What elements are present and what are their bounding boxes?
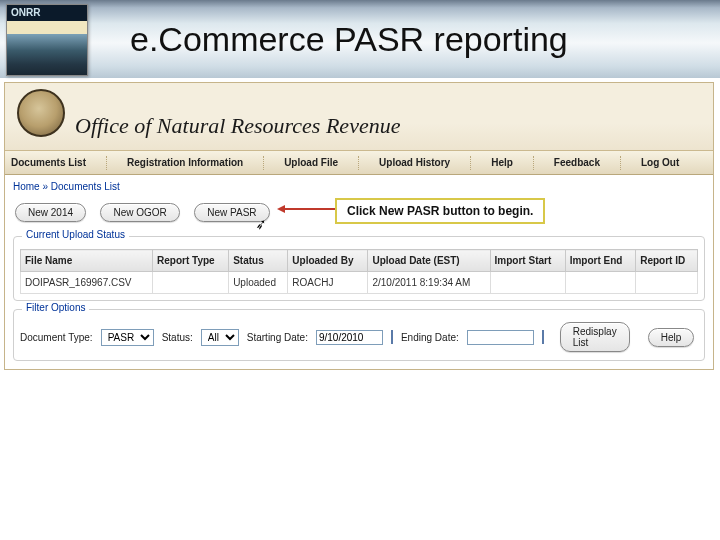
doc-type-select[interactable]: PASR <box>101 329 154 346</box>
doc-type-label: Document Type: <box>20 332 93 343</box>
status-select[interactable]: All <box>201 329 239 346</box>
logo-label: ONRR <box>7 5 87 21</box>
end-date-input[interactable] <box>467 330 534 345</box>
breadcrumb-current: Documents List <box>51 181 120 192</box>
col-import-end: Import End <box>565 250 636 272</box>
cell-rid <box>636 272 698 294</box>
breadcrumb-sep: » <box>42 181 48 192</box>
filter-options-panel: Filter Options Document Type: PASR Statu… <box>13 309 705 361</box>
col-file-name: File Name <box>21 250 153 272</box>
menu-help[interactable]: Help <box>491 157 513 168</box>
callout-box: Click New PASR button to begin. <box>335 198 545 224</box>
cell-type <box>153 272 229 294</box>
breadcrumb: Home » Documents List <box>5 175 713 198</box>
menu-logout[interactable]: Log Out <box>641 157 679 168</box>
col-import-start: Import Start <box>490 250 565 272</box>
menu-upload-history[interactable]: Upload History <box>379 157 450 168</box>
start-date-input[interactable] <box>316 330 383 345</box>
cursor-icon: ➶ <box>254 215 269 233</box>
redisplay-list-button[interactable]: Redisplay List <box>560 322 630 352</box>
cell-istart <box>490 272 565 294</box>
slide-header: ONRR e.Commerce PASR reporting <box>0 0 720 78</box>
table-header-row: File Name Report Type Status Uploaded By… <box>21 250 698 272</box>
start-date-label: Starting Date: <box>247 332 308 343</box>
col-upload-date: Upload Date (EST) <box>368 250 490 272</box>
calendar-icon[interactable] <box>391 330 393 344</box>
app-title: Office of Natural Resources Revenue <box>75 83 713 139</box>
filter-options-title: Filter Options <box>22 302 89 313</box>
action-toolbar: New 2014 New OGOR New PASR ➶ Click New P… <box>5 198 713 232</box>
menu-bar: Documents List Registration Information … <box>5 151 713 175</box>
cell-date: 2/10/2011 8:19:34 AM <box>368 272 490 294</box>
onrr-logo: ONRR <box>6 4 88 76</box>
callout-arrow-icon <box>279 208 335 210</box>
doi-seal-icon <box>17 89 65 137</box>
new-ogor-button[interactable]: New OGOR <box>100 203 179 222</box>
col-uploaded-by: Uploaded By <box>288 250 368 272</box>
menu-documents-list[interactable]: Documents List <box>11 157 86 168</box>
table-row[interactable]: DOIPASR_169967.CSV Uploaded ROACHJ 2/10/… <box>21 272 698 294</box>
logo-image <box>7 21 87 75</box>
help-button[interactable]: Help <box>648 328 695 347</box>
cell-by: ROACHJ <box>288 272 368 294</box>
app-window: Office of Natural Resources Revenue Docu… <box>4 82 714 370</box>
cell-iend <box>565 272 636 294</box>
col-report-id: Report ID <box>636 250 698 272</box>
upload-status-panel: Current Upload Status File Name Report T… <box>13 236 705 301</box>
status-label: Status: <box>162 332 193 343</box>
menu-feedback[interactable]: Feedback <box>554 157 600 168</box>
cell-file: DOIPASR_169967.CSV <box>21 272 153 294</box>
upload-status-title: Current Upload Status <box>22 229 129 240</box>
col-status: Status <box>229 250 288 272</box>
slide-title: e.Commerce PASR reporting <box>130 20 568 59</box>
breadcrumb-home[interactable]: Home <box>13 181 40 192</box>
cell-status: Uploaded <box>229 272 288 294</box>
end-date-label: Ending Date: <box>401 332 459 343</box>
menu-upload-file[interactable]: Upload File <box>284 157 338 168</box>
upload-table: File Name Report Type Status Uploaded By… <box>20 249 698 294</box>
app-banner: Office of Natural Resources Revenue <box>5 83 713 151</box>
calendar-icon[interactable] <box>542 330 544 344</box>
new-2014-button[interactable]: New 2014 <box>15 203 86 222</box>
menu-registration-info[interactable]: Registration Information <box>127 157 243 168</box>
col-report-type: Report Type <box>153 250 229 272</box>
